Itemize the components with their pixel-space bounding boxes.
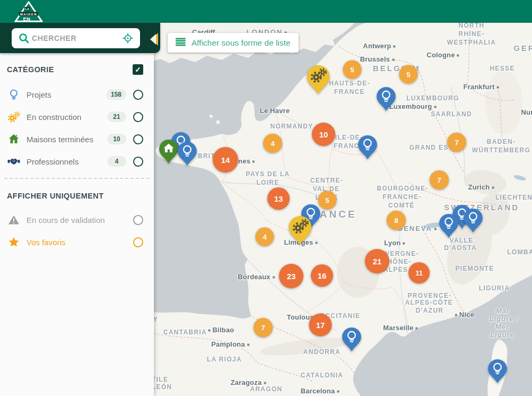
sidebar-item-maisons-terminees[interactable]: Maisons terminées10 bbox=[0, 128, 154, 150]
finished-house-pin[interactable] bbox=[159, 139, 179, 166]
map-label-catalonia: CATALONIA bbox=[301, 372, 344, 379]
filter-sidebar: CATÉGORIE ✓ Projets158En construction21M… bbox=[0, 53, 154, 396]
map-label-lyon: Lyon bbox=[384, 239, 405, 247]
sidebar-item-vos-favoris[interactable]: Vos favoris bbox=[0, 231, 154, 253]
top-bar: LA MAISON EN bbox=[0, 0, 532, 23]
filter-radio[interactable] bbox=[133, 237, 143, 247]
cluster-marker-21[interactable]: 21 bbox=[365, 249, 389, 273]
map-label-lombardy: LOMBARDY bbox=[507, 248, 532, 256]
map-label-wurttemberg: WÜRTTEMBERG bbox=[472, 147, 530, 154]
project-pin[interactable] bbox=[342, 327, 362, 354]
map-label-pamplona: Pamplona bbox=[211, 340, 249, 348]
map-label-loire: LOIRE bbox=[256, 179, 279, 186]
cluster-marker-10[interactable]: 10 bbox=[312, 123, 335, 146]
lightbulb-icon bbox=[7, 89, 21, 100]
map-label-hauts-de-: HAUTS-DE- bbox=[329, 80, 370, 87]
category-radio[interactable] bbox=[133, 157, 143, 167]
map-label-liguria: LIGURIA bbox=[479, 285, 510, 292]
map-label-hesse: HESSE bbox=[490, 65, 514, 72]
category-label: Projets bbox=[27, 90, 106, 99]
map-label-la-rioja: LA RIOJA bbox=[207, 356, 242, 363]
project-pin[interactable] bbox=[463, 208, 483, 235]
project-pin[interactable] bbox=[177, 141, 197, 168]
map-label-zurich: Zurich bbox=[468, 183, 494, 191]
construction-pin[interactable] bbox=[306, 65, 330, 97]
map-label-westphalia: WESTPHALIA bbox=[447, 39, 496, 46]
cluster-marker-17[interactable]: 17 bbox=[309, 314, 332, 337]
map-island bbox=[216, 120, 220, 124]
cluster-marker-14[interactable]: 14 bbox=[213, 147, 238, 173]
cluster-marker-7[interactable]: 7 bbox=[254, 318, 273, 337]
count-badge: 21 bbox=[107, 111, 126, 122]
cluster-marker-4[interactable]: 4 bbox=[256, 228, 274, 246]
project-pin[interactable] bbox=[357, 135, 378, 162]
map-label-grand-est: GRAND EST bbox=[409, 144, 453, 151]
map-label-rhine-: RHINE- bbox=[458, 30, 484, 38]
project-pin[interactable] bbox=[439, 213, 459, 240]
project-pin[interactable] bbox=[487, 359, 508, 386]
map-label-d-azur: D'AZUR bbox=[416, 307, 444, 314]
check-icon: ✓ bbox=[135, 65, 141, 74]
map-label-aragon: ARAGON bbox=[250, 385, 282, 393]
map-island bbox=[210, 115, 213, 118]
filter-list: En cours de validationVos favoris bbox=[0, 209, 154, 253]
search-panel bbox=[0, 23, 160, 53]
category-list: Projets158En construction21Maisons termi… bbox=[0, 83, 154, 173]
cluster-marker-4[interactable]: 4 bbox=[263, 134, 282, 153]
sidebar-item-en-cours-de-validation[interactable]: En cours de validation bbox=[0, 209, 154, 231]
map-label-country: COUNTRY bbox=[154, 316, 158, 323]
map-label-cologne: Cologne bbox=[426, 51, 459, 59]
category-radio[interactable] bbox=[133, 112, 143, 122]
construction-pin[interactable] bbox=[288, 216, 312, 247]
map-label-nice: Nice bbox=[455, 311, 474, 318]
map-label-ligure-: Ligure / bbox=[490, 315, 519, 323]
cluster-marker-5[interactable]: 5 bbox=[399, 65, 418, 84]
svg-text:MAISON: MAISON bbox=[20, 13, 37, 16]
map-canvas[interactable]: LONDONCardiffNORTHRHINE-WESTPHALIAGERMAN… bbox=[154, 23, 532, 396]
map-label-marseille: Marseille bbox=[383, 324, 417, 332]
cluster-marker-23[interactable]: 23 bbox=[279, 264, 303, 288]
map-label-pays-de-la: PAYS DE LA bbox=[246, 170, 290, 178]
map-label-ligure: Ligure bbox=[490, 331, 514, 339]
filter-radio[interactable] bbox=[133, 215, 143, 225]
map-label-france: FRANCE bbox=[334, 88, 365, 96]
map-label-alpes-cote: ALPES-CÔTE bbox=[405, 299, 453, 306]
cluster-marker-16[interactable]: 16 bbox=[311, 264, 333, 287]
map-label-barcelona: Barcelona bbox=[301, 387, 339, 395]
warning-icon bbox=[7, 214, 21, 226]
cluster-marker-7[interactable]: 7 bbox=[430, 170, 449, 190]
map-label-castile: CASTILE bbox=[154, 376, 168, 383]
map-label-antwerp: Antwerp bbox=[363, 42, 395, 50]
search-box[interactable] bbox=[12, 28, 140, 48]
map-label-bourgogne-: BOURGOGNE- bbox=[377, 185, 429, 192]
cluster-marker-13[interactable]: 13 bbox=[267, 187, 290, 210]
list-icon bbox=[176, 38, 186, 48]
app-logo[interactable]: LA MAISON EN bbox=[14, 1, 43, 24]
category-label: Professionnels bbox=[27, 157, 107, 166]
sidebar-item-projets[interactable]: Projets158 bbox=[0, 83, 154, 106]
count-badge: 158 bbox=[106, 89, 126, 100]
svg-text:LA: LA bbox=[25, 7, 29, 11]
house-icon bbox=[7, 133, 21, 145]
map-label-liechtenstein: LIECHTENSTEIN bbox=[495, 194, 532, 201]
count-badge: 4 bbox=[107, 156, 126, 167]
project-pin[interactable] bbox=[376, 87, 396, 114]
map-label-comte: COMTÉ bbox=[388, 202, 415, 209]
map-label-baden-: BADEN- bbox=[487, 138, 516, 145]
collapse-sidebar-arrow-icon[interactable] bbox=[150, 33, 159, 46]
cluster-marker-11[interactable]: 11 bbox=[408, 262, 430, 283]
sidebar-item-en-construction[interactable]: En construction21 bbox=[0, 106, 154, 128]
sidebar-item-professionnels[interactable]: Professionnels4 bbox=[0, 150, 154, 173]
cluster-marker-5[interactable]: 5 bbox=[343, 61, 362, 79]
show-as-list-button[interactable]: Afficher sous forme de liste bbox=[168, 33, 299, 53]
cluster-marker-7[interactable]: 7 bbox=[447, 133, 466, 152]
cluster-marker-8[interactable]: 8 bbox=[387, 211, 406, 230]
category-radio[interactable] bbox=[133, 134, 143, 144]
show-as-list-label: Afficher sous forme de liste bbox=[191, 38, 291, 48]
map-label-north: NORTH bbox=[458, 23, 484, 29]
search-input[interactable] bbox=[31, 33, 121, 43]
category-label: Maisons terminées bbox=[27, 135, 107, 144]
select-all-checkbox[interactable]: ✓ bbox=[133, 64, 143, 75]
locate-icon[interactable] bbox=[121, 32, 135, 44]
category-radio[interactable] bbox=[133, 90, 143, 100]
